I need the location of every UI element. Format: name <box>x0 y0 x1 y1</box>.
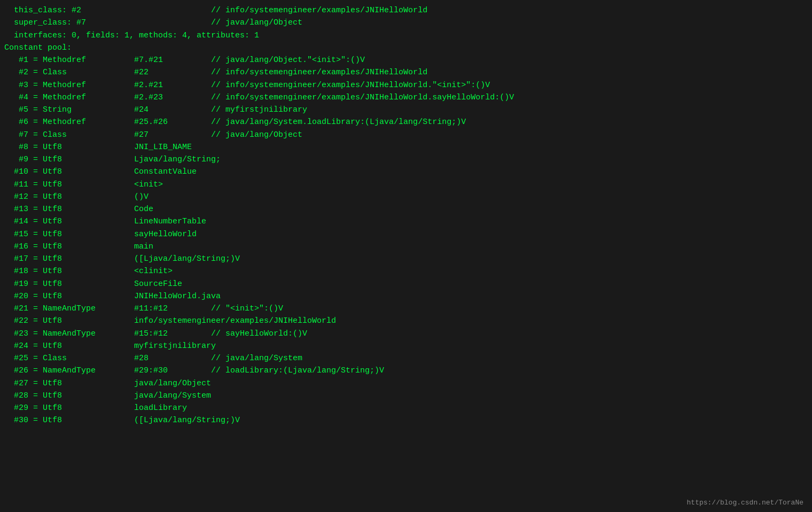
code-line: super_class: #7 // java/lang/Object <box>0 17 812 29</box>
code-line: #9 = Utf8 Ljava/lang/String; <box>0 153 812 166</box>
watermark: https://blog.csdn.net/ToraNe <box>687 499 803 507</box>
code-line: #28 = Utf8 java/lang/System <box>0 390 812 402</box>
code-line: #3 = Methodref #2.#21 // info/systemengi… <box>0 79 812 91</box>
code-line: #26 = NameAndType #29:#30 // loadLibrary… <box>0 364 812 377</box>
code-line: #30 = Utf8 ([Ljava/lang/String;)V <box>0 414 812 426</box>
code-line: #10 = Utf8 ConstantValue <box>0 166 812 178</box>
code-line: #23 = NameAndType #15:#12 // sayHelloWor… <box>0 328 812 340</box>
code-line: #4 = Methodref #2.#23 // info/systemengi… <box>0 91 812 104</box>
code-line: #13 = Utf8 Code <box>0 203 812 215</box>
code-line: #21 = NameAndType #11:#12 // "<init>":()… <box>0 302 812 315</box>
code-line: #17 = Utf8 ([Ljava/lang/String;)V <box>0 253 812 265</box>
code-line: #14 = Utf8 LineNumberTable <box>0 215 812 228</box>
code-line: #1 = Methodref #7.#21 // java/lang/Objec… <box>0 54 812 66</box>
code-line: #24 = Utf8 myfirstjnilibrary <box>0 340 812 352</box>
code-line: Constant pool: <box>0 42 812 54</box>
code-line: #22 = Utf8 info/systemengineer/examples/… <box>0 315 812 327</box>
code-line: #20 = Utf8 JNIHelloWorld.java <box>0 290 812 302</box>
code-line: #29 = Utf8 loadLibrary <box>0 402 812 414</box>
code-line: #19 = Utf8 SourceFile <box>0 278 812 290</box>
code-line: #2 = Class #22 // info/systemengineer/ex… <box>0 66 812 79</box>
code-line: #15 = Utf8 sayHelloWorld <box>0 228 812 241</box>
code-line: #6 = Methodref #25.#26 // java/lang/Syst… <box>0 116 812 128</box>
code-line: #27 = Utf8 java/lang/Object <box>0 377 812 390</box>
code-line: #11 = Utf8 <init> <box>0 179 812 191</box>
code-output: this_class: #2 // info/systemengineer/ex… <box>0 0 812 431</box>
code-line: interfaces: 0, fields: 1, methods: 4, at… <box>0 29 812 42</box>
code-line: #16 = Utf8 main <box>0 241 812 253</box>
code-line: #12 = Utf8 ()V <box>0 191 812 203</box>
code-line: #7 = Class #27 // java/lang/Object <box>0 129 812 141</box>
code-line: #18 = Utf8 <clinit> <box>0 265 812 277</box>
code-line: #25 = Class #28 // java/lang/System <box>0 352 812 364</box>
code-line: this_class: #2 // info/systemengineer/ex… <box>0 4 812 17</box>
code-line: #8 = Utf8 JNI_LIB_NAME <box>0 141 812 153</box>
code-line: #5 = String #24 // myfirstjnilibrary <box>0 104 812 116</box>
